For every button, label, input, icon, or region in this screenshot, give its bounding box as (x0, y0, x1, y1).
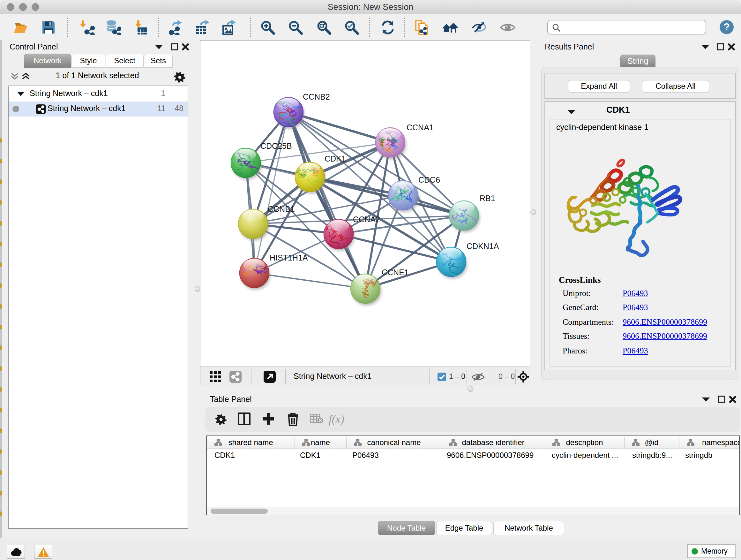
svg-text:HIST1H1A: HIST1H1A (270, 253, 308, 262)
svg-text:RB1: RB1 (480, 194, 495, 203)
svg-text:CCNA1: CCNA1 (407, 123, 434, 132)
svg-text:CCNB1: CCNB1 (268, 205, 295, 213)
svg-text:?: ? (724, 21, 730, 33)
svg-text:CCNA2: CCNA2 (353, 215, 380, 224)
svg-text:CCNE1: CCNE1 (382, 268, 409, 277)
svg-text:CDK1: CDK1 (325, 154, 346, 163)
svg-text:CCNB2: CCNB2 (303, 92, 330, 101)
svg-text:CDC25B: CDC25B (260, 141, 292, 150)
svg-text:CDC6: CDC6 (418, 175, 440, 184)
svg-text:CDKN1A: CDKN1A (467, 242, 499, 251)
